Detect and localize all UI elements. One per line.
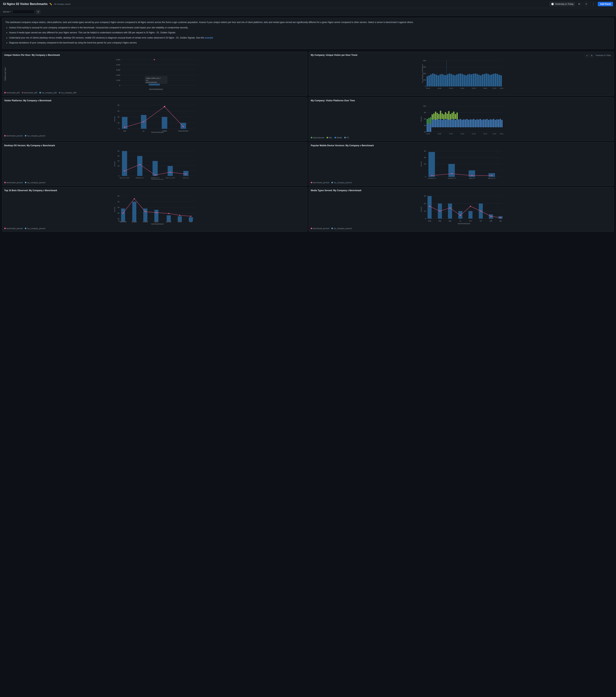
svg-rect-64 <box>489 75 491 86</box>
svg-text:0: 0 <box>425 218 426 220</box>
svg-rect-181 <box>446 114 448 119</box>
trend-refresh-button[interactable]: ↻ <box>590 54 594 58</box>
svg-text:pdf: pdf <box>490 220 492 222</box>
svg-rect-157 <box>478 120 479 127</box>
svg-rect-127 <box>428 118 429 123</box>
svg-rect-56 <box>474 74 476 86</box>
svg-rect-132 <box>437 119 438 127</box>
svg-rect-126 <box>427 119 428 123</box>
svg-text:0: 0 <box>118 128 119 130</box>
visitor-trend-panel: My Company: Unique Visitor per Hour Tren… <box>309 52 614 96</box>
charts-grid: Unique Visitors Per Hour: My Company v B… <box>0 50 616 233</box>
svg-text:exabot: exabot <box>143 221 148 223</box>
svg-rect-144 <box>456 119 458 127</box>
desktop-os-legend: benchmark_percent my_company_percent <box>4 182 305 184</box>
svg-rect-278 <box>178 216 182 221</box>
svg-rect-33 <box>434 74 436 86</box>
svg-rect-176 <box>438 114 440 119</box>
example-link[interactable]: example <box>205 36 213 39</box>
svg-rect-49 <box>461 74 463 86</box>
svg-text:our:: our: <box>146 79 149 81</box>
svg-rect-133 <box>438 120 440 127</box>
svg-rect-156 <box>476 119 478 127</box>
svg-rect-170 <box>500 119 501 127</box>
svg-text:Percent: Percent <box>114 161 116 166</box>
svg-rect-161 <box>485 120 486 127</box>
svg-text:AM: AM <box>438 134 441 135</box>
svg-rect-41 <box>447 74 449 86</box>
refresh-button[interactable]: ↻ <box>576 2 582 6</box>
svg-text:AM: AM <box>450 134 452 135</box>
svg-rect-30 <box>428 75 430 86</box>
svg-text:benchmarkname: benchmarkname <box>151 223 164 225</box>
svg-text:100: 100 <box>423 105 426 107</box>
svg-rect-59 <box>480 75 482 86</box>
legend-bots-unknown: bots/unknown <box>311 137 324 139</box>
platforms-over-time-legend: bots/unknown Mac Mobile PC <box>311 137 612 139</box>
svg-rect-123 <box>427 123 428 132</box>
description-panel: This dashboard compares unique visitors,… <box>2 18 614 49</box>
svg-text:0: 0 <box>425 176 426 178</box>
svg-rect-57 <box>476 74 478 86</box>
svg-text:30: 30 <box>118 207 119 208</box>
desktop-os-title: Desktop OS Version: My Company v Benchma… <box>4 144 305 147</box>
legend-benchmark-p99: benchmark_p99 <box>22 92 38 94</box>
time-range-label: Yesterday to Today <box>555 3 573 5</box>
svg-rect-167 <box>495 120 496 127</box>
add-panel-button[interactable]: Add Panel <box>598 2 613 6</box>
edit-icon[interactable]: ✏️ <box>49 3 52 5</box>
svg-rect-219 <box>137 156 142 176</box>
description-item-3: Understand your mix of clients (desktop … <box>9 36 611 40</box>
mobile-devices-legend: benchmark_percent my_company_percent <box>311 182 612 184</box>
svg-rect-124 <box>428 123 429 132</box>
more-options-button[interactable]: ⋮ <box>590 2 596 6</box>
unique-visitors-chart-area: Visitors per hour 5,000 4,000 3,000 2,00… <box>4 58 305 90</box>
svg-rect-225 <box>183 171 188 176</box>
svg-rect-61 <box>484 74 485 86</box>
svg-rect-54 <box>471 74 472 86</box>
svg-text:5,000: 5,000 <box>116 59 120 61</box>
svg-rect-154 <box>473 119 474 127</box>
trend-link-button[interactable]: ↗ <box>585 54 589 58</box>
svg-text:1,000: 1,000 <box>116 79 120 81</box>
svg-rect-146 <box>460 119 461 127</box>
svg-text:jpg: jpg <box>449 220 451 222</box>
svg-rect-307 <box>468 211 472 219</box>
svg-text:baidu: baidu <box>155 221 158 223</box>
svg-rect-158 <box>480 119 481 127</box>
svg-text:10: 10 <box>118 218 119 220</box>
add-variable-button[interactable]: + <box>36 10 40 14</box>
svg-text:80: 80 <box>424 112 426 114</box>
svg-rect-32 <box>432 74 434 86</box>
svg-rect-175 <box>437 113 438 119</box>
filter-button[interactable]: ▽ <box>584 2 589 6</box>
time-range-selector[interactable]: 🕐 Yesterday to Today <box>549 2 575 6</box>
header-right: 🕐 Yesterday to Today ↻ ▽ ⋮ Add Panel <box>549 2 613 6</box>
svg-rect-65 <box>491 74 493 86</box>
svg-rect-40 <box>445 75 446 86</box>
svg-text:mac os_x 10.5: mac os_x 10.5 <box>165 177 175 179</box>
svg-rect-46 <box>456 74 458 86</box>
svg-text:nutch: nutch <box>178 221 182 223</box>
svg-rect-166 <box>493 119 494 127</box>
svg-rect-151 <box>468 120 469 127</box>
svg-rect-37 <box>440 74 441 86</box>
svg-rect-31 <box>430 74 432 86</box>
description-item-4: Diagnose deviations of your company comp… <box>9 41 611 45</box>
svg-rect-69 <box>498 75 500 86</box>
svg-rect-163 <box>488 120 489 127</box>
svg-text:40: 40 <box>118 201 119 203</box>
svg-rect-243 <box>428 152 435 177</box>
svg-text:20: 20 <box>424 163 426 165</box>
svg-text:30: 30 <box>118 155 119 157</box>
svg-rect-180 <box>445 112 446 119</box>
svg-rect-58 <box>478 75 480 86</box>
svg-text:mac: mac <box>123 130 126 132</box>
svg-rect-145 <box>458 120 459 127</box>
svg-rect-155 <box>475 120 476 127</box>
svg-rect-68 <box>497 74 498 86</box>
media-types-panel: Media Types Served: My Company v Benchma… <box>309 187 614 232</box>
svg-text:20: 20 <box>424 203 426 205</box>
svg-rect-152 <box>470 119 471 127</box>
server-input[interactable] <box>12 10 34 14</box>
